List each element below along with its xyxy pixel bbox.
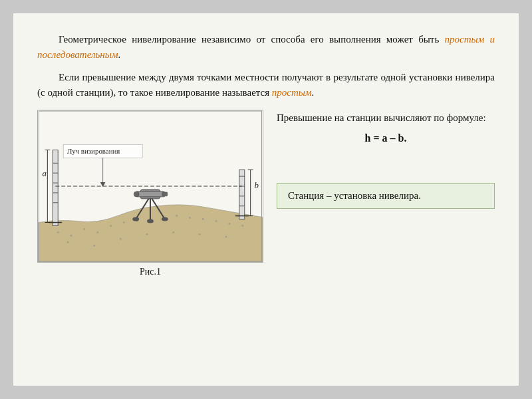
svg-point-10 bbox=[176, 215, 178, 217]
slide: Геометрическое нивелирование независимо … bbox=[13, 13, 519, 386]
svg-point-46 bbox=[147, 219, 154, 223]
svg-point-45 bbox=[132, 217, 139, 221]
para2-text2: . bbox=[312, 87, 315, 98]
para2-italic: простым bbox=[272, 87, 312, 98]
svg-point-21 bbox=[199, 233, 201, 235]
formula-block: Превышение на станции вычисляют по форму… bbox=[277, 110, 495, 147]
formula-label: Превышение на станции вычисляют по форму… bbox=[277, 112, 486, 123]
svg-point-20 bbox=[172, 231, 174, 233]
figure-box: Луч визирования a b bbox=[37, 110, 263, 263]
para2-text1: Если превышение между двумя точками мест… bbox=[37, 72, 495, 98]
station-text: Станция – установка нивелира. bbox=[288, 190, 421, 201]
paragraph-1: Геометрическое нивелирование независимо … bbox=[37, 32, 495, 63]
paragraph-2: Если превышение между двумя точками мест… bbox=[37, 70, 495, 101]
svg-point-2 bbox=[70, 235, 72, 237]
right-area: Превышение на станции вычисляют по форму… bbox=[277, 110, 495, 209]
station-box: Станция – установка нивелира. bbox=[277, 183, 495, 209]
svg-rect-49 bbox=[136, 192, 165, 197]
formula: h = a – b. bbox=[277, 130, 495, 147]
svg-point-19 bbox=[146, 233, 148, 235]
para1-text2: . bbox=[118, 49, 121, 60]
svg-point-47 bbox=[162, 217, 168, 221]
text-block-1: Геометрическое нивелирование независимо … bbox=[37, 32, 495, 100]
para1-text1: Геометрическое нивелирование независимо … bbox=[59, 34, 445, 45]
svg-rect-23 bbox=[53, 150, 58, 225]
svg-point-11 bbox=[189, 217, 191, 219]
svg-point-14 bbox=[228, 223, 230, 225]
svg-point-1 bbox=[57, 231, 59, 233]
svg-point-13 bbox=[215, 220, 217, 222]
svg-point-3 bbox=[83, 228, 85, 230]
svg-text:Луч визирования: Луч визирования bbox=[67, 147, 120, 155]
svg-point-17 bbox=[93, 245, 95, 247]
svg-rect-50 bbox=[162, 192, 168, 196]
svg-text:b: b bbox=[255, 181, 259, 190]
figure-area: Луч визирования a b Рис.1 bbox=[37, 110, 263, 277]
svg-point-6 bbox=[123, 221, 125, 223]
content-area: Луч визирования a b Рис.1 Превышение на … bbox=[37, 110, 495, 277]
svg-point-5 bbox=[110, 225, 112, 227]
svg-point-15 bbox=[241, 225, 243, 227]
svg-point-16 bbox=[67, 241, 69, 243]
svg-point-4 bbox=[96, 231, 98, 233]
svg-point-12 bbox=[202, 218, 204, 220]
svg-point-51 bbox=[134, 192, 139, 197]
svg-text:a: a bbox=[42, 169, 46, 178]
fig-caption: Рис.1 bbox=[140, 267, 161, 277]
svg-point-18 bbox=[120, 238, 122, 240]
svg-point-22 bbox=[225, 236, 227, 238]
svg-rect-33 bbox=[239, 170, 245, 219]
